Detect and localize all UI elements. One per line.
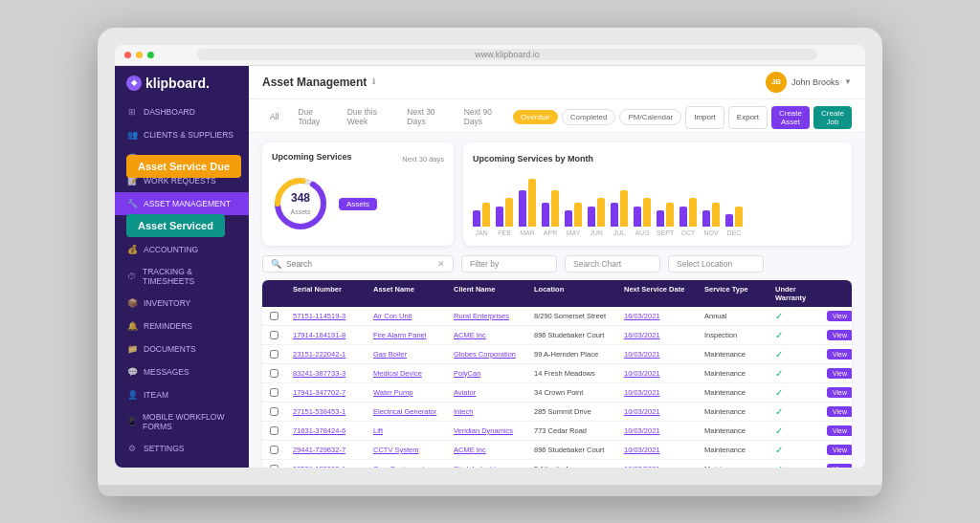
tab-all[interactable]: All — [262, 108, 286, 127]
row-checkbox-cell[interactable] — [270, 350, 289, 359]
row-checkbox-cell[interactable] — [270, 446, 289, 454]
tab-due-week[interactable]: Due this Week — [340, 103, 396, 132]
asset-name[interactable]: CCTV System — [373, 446, 450, 454]
tab-due-today[interactable]: Due Today — [290, 103, 335, 132]
client-name[interactable]: Intech — [454, 407, 530, 416]
search-input[interactable] — [286, 259, 433, 269]
row-checkbox[interactable] — [270, 369, 278, 378]
row-checkbox[interactable] — [270, 465, 278, 468]
client-name[interactable]: ACME Inc — [454, 331, 530, 339]
sidebar-item-asset-management[interactable]: 🔧 ASSET MANAGEMENT — [115, 192, 249, 215]
asset-name[interactable]: Gym Equipment — [373, 465, 450, 468]
row-checkbox[interactable] — [270, 331, 278, 339]
tab-next-90[interactable]: Next 90 Days — [457, 103, 509, 132]
sidebar-item-reminders[interactable]: 🔔 REMINDERS — [115, 315, 249, 338]
sidebar-item-tracking[interactable]: ⏱ TRACKING & TIMESHEETS — [115, 261, 249, 292]
create-asset-button[interactable]: Create Asset — [771, 106, 810, 129]
row-checkbox-cell[interactable] — [270, 388, 289, 397]
client-name[interactable]: PolyCan — [454, 369, 530, 378]
next-service-date[interactable]: 16/03/2021 — [624, 312, 701, 320]
sidebar-item-inventory[interactable]: 📦 INVENTORY — [115, 292, 249, 315]
row-checkbox[interactable] — [270, 312, 278, 320]
sidebar-item-workflow[interactable]: 📱 MOBILE WORKFLOW FORMS — [115, 406, 249, 437]
minimize-dot[interactable] — [136, 52, 143, 58]
row-checkbox-cell[interactable] — [270, 312, 289, 320]
filter-by[interactable]: Filter by — [461, 255, 557, 272]
client-name[interactable]: Globes Corporation — [454, 350, 530, 359]
service-chart-filter[interactable]: Search Chart — [565, 255, 660, 272]
serial-number[interactable]: 27151-538453-1 — [293, 407, 369, 416]
row-checkbox-cell[interactable] — [270, 331, 289, 339]
next-service-date[interactable]: 10/03/2021 — [624, 369, 701, 378]
tab-completed[interactable]: Completed — [562, 109, 616, 125]
service-type: Maintenance — [704, 407, 771, 416]
tab-next-30[interactable]: Next 30 Days — [399, 103, 452, 132]
asset-name[interactable]: Lift — [373, 426, 450, 435]
row-checkbox[interactable] — [270, 407, 278, 416]
search-box[interactable]: 🔍 ✕ — [262, 255, 454, 272]
asset-name[interactable]: Water Pump — [373, 388, 450, 397]
next-service-date[interactable]: 10/03/2021 — [624, 465, 701, 468]
asset-name[interactable]: Fire Alarm Panel — [373, 331, 450, 339]
row-checkbox[interactable] — [270, 426, 278, 435]
asset-name[interactable]: Electrical Generator — [373, 407, 450, 416]
client-name[interactable]: Aviator — [454, 388, 530, 397]
tab-overdue[interactable]: Overdue — [513, 110, 558, 124]
serial-number[interactable]: 17941-347702-7 — [293, 388, 369, 397]
next-service-date[interactable]: 10/03/2021 — [624, 350, 701, 359]
view-button[interactable]: View — [827, 406, 852, 417]
serial-number[interactable]: 17914-184191-8 — [293, 331, 369, 339]
row-checkbox-cell[interactable] — [270, 369, 289, 378]
view-button[interactable]: View — [827, 445, 852, 455]
row-checkbox[interactable] — [270, 446, 278, 454]
view-button[interactable]: View — [827, 349, 852, 360]
view-button[interactable]: View — [827, 425, 852, 436]
next-service-date[interactable]: 10/03/2021 — [624, 407, 701, 416]
asset-name[interactable]: Medical Device — [373, 369, 450, 378]
import-button[interactable]: Import — [685, 106, 724, 129]
row-checkbox-cell[interactable] — [270, 407, 289, 416]
sidebar-item-settings[interactable]: ⚙ SETTINGS — [115, 437, 249, 460]
serial-number[interactable]: 23151-222042-1 — [293, 350, 369, 359]
view-button[interactable]: View — [827, 387, 852, 398]
view-button[interactable]: View — [827, 464, 852, 468]
view-button[interactable]: View — [827, 311, 852, 321]
create-job-button[interactable]: Create Job — [813, 106, 852, 129]
row-checkbox[interactable] — [270, 350, 278, 359]
asset-name[interactable]: Gas Boiler — [373, 350, 450, 359]
view-button[interactable]: View — [827, 368, 852, 379]
dropdown-icon[interactable]: ▼ — [844, 77, 852, 86]
sidebar-item-clients[interactable]: 👥 CLIENTS & SUPPLIERS — [115, 123, 249, 146]
clear-icon[interactable]: ✕ — [437, 259, 445, 269]
next-service-date[interactable]: 10/03/2021 — [624, 426, 701, 435]
serial-number[interactable]: 57151-114519-3 — [293, 312, 369, 320]
asset-name[interactable]: Air Con Unit — [373, 312, 450, 320]
sidebar-item-help[interactable]: ? HELP CENTER — [115, 460, 249, 468]
sidebar-item-iteam[interactable]: 👤 ITEAM — [115, 383, 249, 406]
row-checkbox-cell[interactable] — [270, 465, 289, 468]
row-checkbox[interactable] — [270, 388, 278, 397]
location: 34 Crown Point — [534, 388, 620, 397]
view-button[interactable]: View — [827, 330, 852, 340]
client-name[interactable]: Veridian Dynamics — [454, 426, 530, 435]
serial-number[interactable]: 71631-378424-6 — [293, 426, 369, 435]
maximize-dot[interactable] — [147, 52, 154, 58]
next-service-date[interactable]: 10/03/2021 — [624, 446, 701, 454]
client-name[interactable]: ACME Inc — [454, 446, 530, 454]
client-name[interactable]: Rural Enterprises — [454, 312, 530, 320]
row-checkbox-cell[interactable] — [270, 426, 289, 435]
sidebar-item-documents[interactable]: 📁 DOCUMENTS — [115, 338, 249, 360]
sidebar-item-dashboard[interactable]: ⊞ DASHBOARD — [115, 100, 249, 123]
client-name[interactable]: Stork Industries — [454, 465, 530, 468]
serial-number[interactable]: 29441-729632-7 — [293, 446, 369, 454]
next-service-date[interactable]: 16/03/2021 — [624, 331, 701, 339]
tab-pm-calendar[interactable]: PM/Calendar — [619, 109, 681, 125]
close-dot[interactable] — [124, 52, 131, 58]
sidebar-item-messages[interactable]: 💬 MESSAGES — [115, 360, 249, 383]
serial-number[interactable]: 83241-387733-3 — [293, 369, 369, 378]
location-filter[interactable]: Select Location — [668, 255, 764, 272]
serial-number[interactable]: 90531-195933-1 — [293, 465, 369, 468]
export-button[interactable]: Export — [728, 106, 768, 129]
sidebar-item-accounting[interactable]: 💰 ACCOUNTING — [115, 238, 249, 261]
next-service-date[interactable]: 10/03/2021 — [624, 388, 701, 397]
